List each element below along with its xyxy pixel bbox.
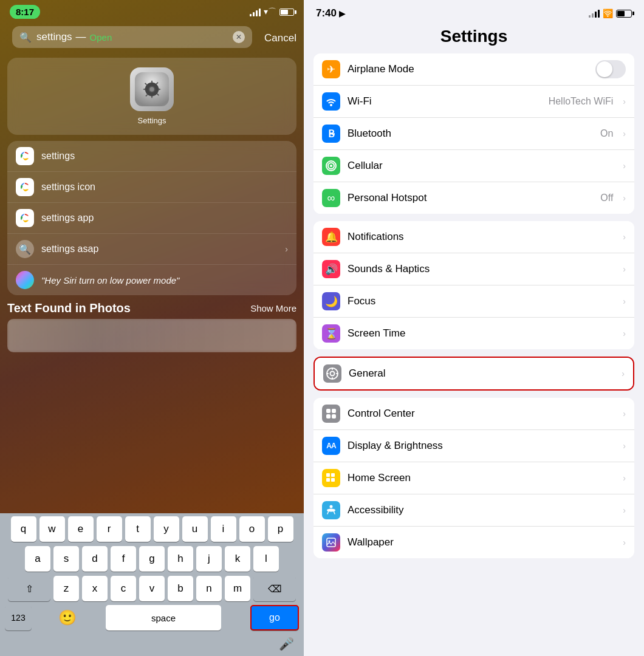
key-u[interactable]: u — [182, 516, 208, 542]
key-m[interactable]: m — [225, 576, 250, 601]
settings-app-result[interactable]: Settings — [7, 58, 296, 135]
search-result-icon: 🔍 — [16, 240, 34, 258]
battery-icon-right — [616, 10, 632, 18]
screentime-label: Screen Time — [348, 327, 613, 340]
sounds-row[interactable]: 🔊 Sounds & Haptics › — [313, 253, 634, 285]
wallpaper-row[interactable]: Wallpaper › — [313, 527, 634, 558]
settings-header: Settings — [304, 24, 644, 53]
key-k[interactable]: k — [225, 546, 250, 572]
key-s[interactable]: s — [53, 546, 79, 572]
result-settings-app[interactable]: settings app — [7, 203, 296, 234]
cellular-row[interactable]: Cellular › — [313, 150, 634, 182]
screentime-row[interactable]: ⌛ Screen Time › — [313, 318, 634, 349]
svg-rect-19 — [336, 373, 338, 374]
key-l[interactable]: l — [253, 546, 279, 572]
key-t[interactable]: t — [125, 516, 151, 542]
svg-rect-16 — [332, 368, 333, 370]
key-g[interactable]: g — [139, 546, 165, 572]
svg-rect-22 — [326, 414, 331, 419]
svg-rect-24 — [326, 473, 330, 477]
status-bar-left: 8:17 ▾⌒ — [0, 0, 304, 24]
key-space[interactable]: space — [106, 605, 221, 630]
chrome-icon-3 — [16, 209, 34, 227]
key-numbers[interactable]: 123 — [5, 605, 32, 630]
key-y[interactable]: y — [154, 516, 179, 542]
key-v[interactable]: v — [139, 576, 165, 601]
search-clear-button[interactable]: ✕ — [233, 31, 245, 43]
key-q[interactable]: q — [11, 516, 36, 542]
settings-content[interactable]: ✈ Airplane Mode Wi-Fi HelloTech WiFi › B… — [304, 53, 644, 656]
key-p[interactable]: p — [268, 516, 293, 542]
focus-label: Focus — [348, 295, 613, 307]
result-settings[interactable]: settings — [7, 141, 296, 172]
accessibility-row[interactable]: Accessibility › — [313, 494, 634, 527]
svg-point-30 — [329, 541, 331, 542]
svg-rect-29 — [327, 538, 335, 547]
key-j[interactable]: j — [196, 546, 222, 572]
bluetooth-row[interactable]: B̴ Bluetooth On › — [313, 118, 634, 150]
key-go[interactable]: go — [250, 605, 299, 630]
accessibility-chevron: › — [623, 505, 626, 515]
displaybrightness-row[interactable]: AA Display & Brightness › — [313, 430, 634, 462]
keyboard-row-2: a s d f g h j k l — [0, 543, 304, 573]
key-b[interactable]: b — [168, 576, 193, 601]
notifications-row[interactable]: 🔔 Notifications › — [313, 221, 634, 253]
siri-suggestion[interactable]: "Hey Siri turn on low power mode" — [7, 265, 296, 295]
key-f[interactable]: f — [111, 546, 136, 572]
wallpaper-chevron: › — [623, 538, 626, 547]
time-left: 8:17 — [10, 5, 40, 19]
key-delete[interactable]: ⌫ — [253, 576, 296, 601]
key-i[interactable]: i — [211, 516, 236, 542]
svg-point-28 — [330, 505, 333, 508]
result-settings-icon[interactable]: settings icon — [7, 172, 296, 203]
key-o[interactable]: o — [239, 516, 265, 542]
key-c[interactable]: c — [111, 576, 136, 601]
airplane-mode-row[interactable]: ✈ Airplane Mode — [313, 53, 634, 86]
svg-point-2 — [149, 87, 154, 91]
connectivity-section: ✈ Airplane Mode Wi-Fi HelloTech WiFi › B… — [313, 53, 634, 214]
key-shift[interactable]: ⇧ — [8, 576, 50, 601]
left-panel: 8:17 ▾⌒ 🔍 settings — Open ✕ Cancel — [0, 0, 304, 656]
sounds-icon: 🔊 — [322, 260, 340, 278]
controlcenter-row[interactable]: Control Center › — [313, 398, 634, 430]
homescreen-label: Home Screen — [348, 472, 613, 484]
homescreen-row[interactable]: Home Screen › — [313, 462, 634, 494]
hotspot-row[interactable]: ∞ Personal Hotspot Off › — [313, 182, 634, 214]
controlcenter-icon — [322, 405, 340, 423]
search-icon: 🔍 — [19, 32, 32, 43]
notifications-label: Notifications — [348, 231, 613, 243]
notifications-section: 🔔 Notifications › 🔊 Sounds & Haptics › 🌙… — [313, 221, 634, 349]
gear-svg — [135, 72, 169, 106]
bluetooth-label: Bluetooth — [348, 128, 593, 140]
key-e[interactable]: e — [68, 516, 94, 542]
result-text-1: settings — [41, 151, 288, 162]
bluetooth-icon: B̴ — [322, 125, 340, 143]
key-microphone[interactable]: 🎤 — [279, 637, 294, 651]
wifi-row[interactable]: Wi-Fi HelloTech WiFi › — [313, 86, 634, 118]
key-x[interactable]: x — [82, 576, 108, 601]
keyboard: q w e r t y u i o p a s d f g h j k l ⇧ … — [0, 513, 304, 656]
key-d[interactable]: d — [82, 546, 108, 572]
airplane-mode-toggle[interactable] — [595, 60, 626, 78]
search-bar[interactable]: 🔍 settings — Open ✕ — [12, 26, 252, 48]
key-emoji[interactable]: 🙂 — [58, 609, 77, 626]
cancel-button[interactable]: Cancel — [259, 32, 299, 44]
key-h[interactable]: h — [168, 546, 193, 572]
result-settings-asap[interactable]: 🔍 settings asap › — [7, 234, 296, 265]
key-n[interactable]: n — [196, 576, 222, 601]
svg-rect-17 — [332, 377, 333, 379]
svg-point-8 — [22, 185, 27, 190]
show-more-button[interactable]: Show More — [250, 303, 296, 313]
key-z[interactable]: z — [53, 576, 79, 601]
focus-row[interactable]: 🌙 Focus › — [313, 285, 634, 318]
signal-icon-right — [589, 9, 600, 18]
display-group-section: Control Center › AA Display & Brightness… — [313, 398, 634, 558]
key-r[interactable]: r — [97, 516, 122, 542]
displaybrightness-chevron: › — [623, 441, 626, 451]
key-w[interactable]: w — [39, 516, 65, 542]
general-icon — [323, 364, 341, 383]
general-row[interactable]: General › — [315, 358, 633, 389]
bluetooth-chevron: › — [623, 129, 626, 138]
wifi-value: HelloTech WiFi — [549, 96, 614, 107]
key-a[interactable]: a — [25, 546, 50, 572]
